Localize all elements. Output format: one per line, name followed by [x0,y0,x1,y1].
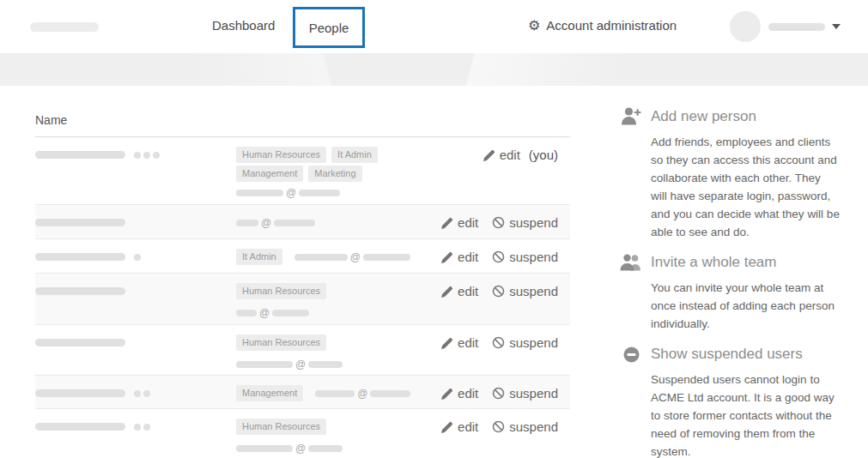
you-label: (you) [529,148,558,162]
tag-chip: Management [236,166,303,182]
email-placeholder: @ [236,214,315,231]
edit-button[interactable]: edit [483,148,520,162]
tag-chip: It Admin [236,249,282,265]
tag-chip: Human Resources [236,147,326,163]
edit-button[interactable]: edit [441,284,478,298]
table-row: Human Resources It Admin Management Mark… [35,137,570,204]
invite-team-button[interactable]: Invite a whole team [620,254,845,271]
table-row: @ edit suspend [35,204,570,238]
people-page: Dashboard People ⚙ Account administratio… [0,0,868,458]
name-column-header: Name [35,107,570,137]
table-row: It Admin @ edit suspend [35,238,570,273]
email-placeholder: @ [236,185,340,202]
minus-circle-icon [620,347,642,363]
tags-cell: Human Resources @ [236,419,441,456]
name-dots [143,152,150,159]
gear-icon: ⚙ [528,19,540,33]
name-cell [35,214,236,231]
actions-cell: edit suspend [441,334,570,351]
suspend-button[interactable]: suspend [492,215,558,230]
email-domain-bar [363,254,410,261]
tags-cell: Human Resources @ [236,334,441,372]
name-placeholder-bar [35,339,125,347]
table-row: Management @ edit suspend [35,375,570,408]
email-placeholder: @ [236,304,309,321]
email-domain-bar [274,220,315,226]
person-plus-icon [620,107,642,125]
edit-label: edit [458,386,478,401]
tags-cell: @ [236,214,441,233]
name-dots [134,152,141,159]
name-placeholder-bar [35,389,125,397]
table-row: Human Resources @ edit suspend [35,273,570,324]
name-dots [134,424,141,431]
suspend-button[interactable]: suspend [492,419,558,434]
name-cell [35,283,236,299]
edit-button[interactable]: edit [441,386,478,401]
tags-cell: It Admin @ [236,249,441,268]
at-symbol: @ [259,307,270,319]
actions-cell: edit suspend [441,214,570,231]
email-user-bar [236,361,293,368]
suspend-label: suspend [509,284,558,298]
ban-icon [492,285,505,298]
section-description: You can invite your whole team at once i… [651,279,840,333]
name-placeholder-bar [35,253,125,261]
top-nav: Dashboard People ⚙ Account administratio… [0,0,868,53]
suspend-button[interactable]: suspend [492,335,558,350]
actions-cell: edit suspend [441,419,570,435]
email-user-bar [315,390,355,397]
tags-cell: Human Resources It Admin Management Mark… [236,147,483,202]
section-description: Suspended users cannot login to ACME Ltd… [651,371,840,458]
people-table: Name Human Resources It Admin Management… [35,107,570,458]
edit-button[interactable]: edit [441,215,478,230]
suspend-label: suspend [509,215,558,230]
user-menu[interactable] [730,11,841,42]
nav-item-people[interactable]: People [293,7,365,48]
chevron-down-icon [832,24,841,29]
email-placeholder: @ [315,385,410,401]
at-symbol: @ [295,443,306,455]
avatar [730,11,761,42]
suspend-button[interactable]: suspend [492,250,558,264]
actions-cell: edit suspend [441,249,570,265]
header-band [0,53,868,86]
email-domain-bar [308,361,343,368]
nav-people-label: People [309,21,349,35]
section-title: Add new person [651,108,756,125]
edit-label: edit [458,215,478,230]
tags-cell: Human Resources @ [236,283,441,321]
name-dots [143,390,150,397]
nav-item-dashboard[interactable]: Dashboard [212,18,275,33]
table-row: Human Resources @ edit suspend [35,408,570,458]
email-placeholder: @ [294,249,410,265]
suspend-button[interactable]: suspend [492,284,558,298]
account-admin-label: Account administration [546,18,677,33]
name-cell [35,419,236,435]
email-placeholder: @ [236,356,343,372]
pencil-icon [441,388,453,400]
suspend-label: suspend [509,335,558,350]
email-domain-bar [370,390,410,397]
name-placeholder-bar [35,423,125,431]
suspend-button[interactable]: suspend [492,386,558,401]
show-suspended-button[interactable]: Show suspended users [620,346,845,363]
nav-item-account-administration[interactable]: ⚙ Account administration [528,18,677,33]
edit-button[interactable]: edit [441,335,478,350]
at-symbol: @ [295,359,306,371]
pencil-icon [483,149,495,161]
table-row: Human Resources @ edit suspend [35,324,570,375]
suspend-label: suspend [509,419,558,434]
name-dots [134,254,141,261]
email-placeholder: @ [236,440,343,456]
add-person-section: Add new person Add friends, employees an… [620,107,845,241]
at-symbol: @ [286,187,296,199]
add-person-button[interactable]: Add new person [620,107,845,125]
edit-button[interactable]: edit [441,419,478,434]
pencil-icon [441,286,453,298]
edit-button[interactable]: edit [441,250,478,264]
username-placeholder [768,23,825,31]
suspend-label: suspend [509,386,558,401]
name-dots [143,424,150,431]
tag-chip: It Admin [331,147,378,163]
